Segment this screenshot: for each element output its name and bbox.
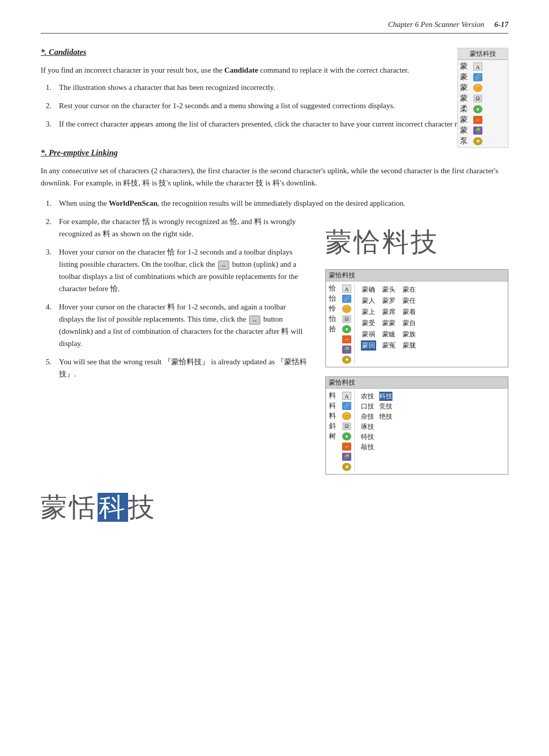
- toolbar2-row-3: 料 😊: [329, 411, 351, 421]
- page-header: Chapter 6 Pen Scanner Version 6-17: [41, 20, 508, 34]
- t1i7: 🧩: [342, 345, 351, 354]
- grid-cell-蒙在[interactable]: 蒙在: [402, 285, 417, 295]
- grid-cell-蒙确[interactable]: 蒙确: [361, 285, 376, 295]
- demo-text-normal: 蒙恬: [41, 493, 98, 522]
- worldpenscan-bold: WorldPenScan: [109, 199, 158, 207]
- t2c1: 料: [329, 391, 340, 400]
- col-left: 2. For example, the character 恬 is wrong…: [41, 215, 310, 484]
- grid2-empty1: [379, 422, 392, 431]
- t1i8: ★: [342, 356, 351, 364]
- grid2-绝技[interactable]: 绝技: [379, 412, 392, 421]
- t1c5: 拾: [329, 325, 340, 334]
- demo-text-bottom: 蒙恬科技: [41, 490, 508, 525]
- pre-list-num-3: 3.: [46, 246, 59, 295]
- grid-cell-蒙族[interactable]: 蒙族: [402, 329, 417, 339]
- pre-list-content-2: For example, the character 恬 is wrongly …: [59, 215, 310, 240]
- list-num-2: 2.: [46, 100, 59, 112]
- t2i5: ●: [342, 432, 351, 440]
- toolbar1-row-8: ★: [329, 355, 351, 365]
- candidates-section: *. Candidates 蒙恬科技 蒙 A 豪 🔗 蒙 😊 蒙: [41, 48, 508, 130]
- float-row-8: 泵 ★: [460, 136, 506, 146]
- float-row-3: 蒙 😊: [460, 82, 506, 93]
- toolbar1-right-grid: 蒙确 蒙头 蒙在 蒙人 蒙罗 蒙任 蒙上 蒙席 蒙着 蒙受 蒙蒙 蒙自: [359, 284, 417, 365]
- float-char-7: 蒙: [460, 125, 470, 135]
- grid-cell-蒙罗[interactable]: 蒙罗: [381, 296, 396, 306]
- toolbar2-row-6: ↔: [329, 442, 351, 452]
- grid-cell-蒙眬[interactable]: 蒙眬: [381, 329, 396, 339]
- header-title: Chapter 6 Pen Scanner Version: [388, 20, 484, 29]
- icon-gold-8: ★: [473, 137, 482, 145]
- uplink-btn[interactable]: ↔: [218, 261, 229, 270]
- preemptive-intro: In any consecutive set of characters (2 …: [41, 165, 508, 189]
- grid-cell-蒙任[interactable]: 蒙任: [402, 296, 417, 306]
- demo-text-after: 技: [128, 493, 157, 522]
- float-row-1: 蒙 A: [460, 61, 506, 72]
- grid-cell-蒙头[interactable]: 蒙头: [381, 285, 396, 295]
- toolbar2-row-1: 料 A: [329, 391, 351, 401]
- toolbar2-row-7: 🧩: [329, 452, 351, 462]
- toolbar1-left-col: 恰 A 怡 🔗 怜 😊: [329, 284, 355, 365]
- preemptive-item-3: 3. Hover your cursor on the character 恰 …: [41, 246, 310, 295]
- grid2-科技[interactable]: 科技: [379, 392, 392, 401]
- t1c2: 怡: [329, 294, 340, 303]
- float-row-5: 柔 ●: [460, 104, 506, 114]
- list-content-2: Rest your cursor on the character for 1-…: [59, 100, 508, 112]
- float-char-4: 蒙: [460, 93, 470, 103]
- grid-cell-蒙自[interactable]: 蒙自: [402, 318, 417, 328]
- pre-list-num-4: 4.: [46, 301, 59, 350]
- grid-cell-蒙人[interactable]: 蒙人: [361, 296, 376, 306]
- pre-list-content-1: When using the WorldPenScan, the recogni…: [59, 197, 508, 209]
- icon-link-2: 🔗: [473, 73, 482, 81]
- grid-cell-蒙冤[interactable]: 蒙冤: [381, 340, 396, 351]
- icon-face-3: 😊: [473, 84, 482, 92]
- float-panel-title: 蒙恬科技: [458, 48, 508, 60]
- t1i2: 🔗: [342, 295, 351, 303]
- t1c3: 怜: [329, 304, 340, 313]
- grid-cell-蒙胧[interactable]: 蒙胧: [402, 340, 417, 351]
- candidates-item-2: 2. Rest your cursor on the character for…: [41, 100, 508, 112]
- toolbar2-row-2: 科 🔗: [329, 401, 351, 411]
- preemptive-title: *. Pre-emptive Linking: [41, 148, 508, 158]
- grid2-口技[interactable]: 口技: [361, 402, 374, 411]
- t1i3: 😊: [342, 305, 351, 313]
- icon-a-1: A: [473, 62, 482, 71]
- pre-list-num-5: 5.: [46, 356, 59, 380]
- preemptive-section: *. Pre-emptive Linking In any consecutiv…: [41, 148, 508, 525]
- downlink-btn[interactable]: ↔: [249, 316, 260, 325]
- grid-cell-蒙回[interactable]: 蒙回: [361, 340, 376, 351]
- grid2-杂技[interactable]: 杂技: [361, 412, 374, 421]
- toolbar-popup-1-content: 恰 A 怡 🔗 怜 😊: [326, 281, 508, 367]
- toolbar-popup-1-title: 蒙恰料技: [326, 270, 508, 281]
- pre-list-content-5: You will see that the wrong result 『蒙恰料技…: [59, 356, 310, 380]
- grid2-特技[interactable]: 特技: [361, 432, 374, 442]
- header-page: 6-17: [495, 20, 509, 29]
- grid-cell-蒙席[interactable]: 蒙席: [381, 307, 396, 317]
- grid2-敲技[interactable]: 敲技: [361, 443, 374, 452]
- float-row-4: 蒙 Ω: [460, 93, 506, 104]
- toolbar2-row-8: ★: [329, 462, 351, 472]
- grid-cell-蒙上[interactable]: 蒙上: [361, 307, 376, 317]
- grid-cell-蒙蒙[interactable]: 蒙蒙: [381, 318, 396, 328]
- float-row-2: 豪 🔗: [460, 72, 506, 82]
- grid-cell-蒙祸[interactable]: 蒙祸: [361, 329, 376, 339]
- candidates-item-1: 1. The illustration shows a character th…: [41, 81, 508, 93]
- grid-cell-蒙受[interactable]: 蒙受: [361, 318, 376, 328]
- preemptive-item-2: 2. For example, the character 恬 is wrong…: [41, 215, 310, 240]
- toolbar-popup-2: 蒙恰料技 料 A 科 🔗 料: [325, 376, 508, 475]
- toolbar1-row-5: 拾 ●: [329, 324, 351, 334]
- t1i1: A: [342, 285, 351, 293]
- two-col-block: 2. For example, the character 恬 is wrong…: [41, 215, 508, 484]
- grid2-农技[interactable]: 农技: [361, 392, 374, 401]
- t2i4: Ω: [342, 422, 351, 430]
- grid2-琢技[interactable]: 琢技: [361, 422, 374, 431]
- preemptive-item-4: 4. Hover your cursor on the character 料 …: [41, 301, 310, 350]
- candidates-intro: If you find an incorrect character in yo…: [41, 64, 508, 76]
- toolbar-popup-2-content: 料 A 科 🔗 料 😊: [326, 389, 508, 474]
- toolbar1-row-4: 怡 Ω: [329, 314, 351, 324]
- grid-cell-蒙着[interactable]: 蒙着: [402, 307, 417, 317]
- grid2-竞技[interactable]: 竞技: [379, 402, 392, 411]
- t2c3: 料: [329, 412, 340, 421]
- pre-list-content-4: Hover your cursor on the character 料 for…: [59, 301, 310, 350]
- pre-list-num-1: 1.: [46, 197, 59, 209]
- demo-text-large: 蒙恰料技: [325, 225, 508, 260]
